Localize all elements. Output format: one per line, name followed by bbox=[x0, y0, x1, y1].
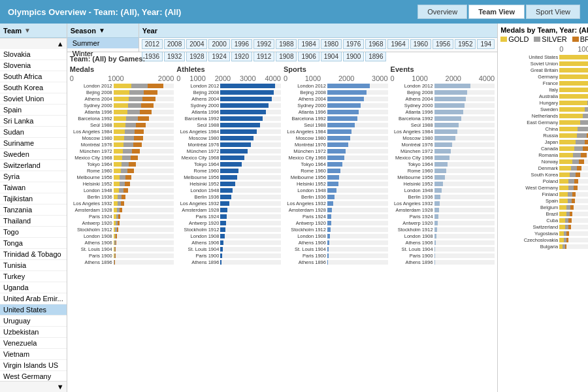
year-button[interactable]: 1964 bbox=[387, 39, 408, 49]
game-label: London 1948 bbox=[70, 188, 112, 193]
team-item[interactable]: Virgin Islands US bbox=[0, 360, 67, 371]
medals-bar-row: Rome 1960 bbox=[70, 168, 174, 174]
sports-bar-row: Seúl 1988 bbox=[284, 122, 388, 128]
team-item[interactable]: Switzerland bbox=[0, 160, 67, 171]
game-label: Athens 2004 bbox=[70, 96, 112, 102]
team-item[interactable]: Venezuela bbox=[0, 338, 67, 349]
athletes-bar-row: Barcelona 1992 bbox=[176, 116, 281, 122]
events-bar-container bbox=[434, 90, 495, 95]
game-label: London 1908 bbox=[391, 233, 433, 239]
team-item[interactable]: South Korea bbox=[0, 82, 67, 93]
team-item[interactable]: Uruguay bbox=[0, 316, 67, 327]
game-label: Sydney 2000 bbox=[284, 103, 326, 108]
team-medal-bar bbox=[559, 114, 588, 118]
sports-bar-container bbox=[327, 123, 388, 127]
team-item[interactable]: Suriname bbox=[0, 138, 67, 149]
events-bar-row: London 1948 bbox=[391, 188, 495, 193]
overview-button[interactable]: Overview bbox=[417, 5, 467, 19]
team-item[interactable]: South Africa bbox=[0, 71, 67, 82]
team-medal-label: Switzerland bbox=[500, 224, 558, 230]
medals-bar-row: Sydney 2000 bbox=[70, 103, 174, 108]
team-item[interactable]: Uzbekistan bbox=[0, 327, 67, 338]
athletes-bar-row: Los Angeles 1932 bbox=[176, 201, 281, 206]
team-item[interactable]: Tanzania bbox=[0, 204, 67, 216]
medals-bar-container bbox=[114, 188, 174, 193]
team-item[interactable]: Tonga bbox=[0, 238, 67, 249]
year-button[interactable]: 2000 bbox=[208, 39, 229, 49]
year-button[interactable]: 1992 bbox=[253, 39, 274, 49]
team-item[interactable]: Togo bbox=[0, 227, 67, 238]
scroll-up-arrow[interactable]: ▲ bbox=[0, 38, 67, 49]
team-item[interactable]: Sri Lanka bbox=[0, 116, 67, 127]
game-label: Los Angeles 1932 bbox=[284, 201, 326, 206]
year-button[interactable]: 1996 bbox=[231, 39, 252, 49]
athletes-bar-row: Melbourne 1956 bbox=[176, 174, 281, 180]
team-item[interactable]: West Germany bbox=[0, 371, 67, 381]
team-item[interactable]: Slovakia bbox=[0, 49, 67, 60]
right-bar-row: Japan bbox=[500, 139, 588, 145]
team-item[interactable]: Slovenia bbox=[0, 60, 67, 71]
athletes-scale: 01000200030004000 bbox=[176, 74, 281, 82]
year-button[interactable]: 1968 bbox=[365, 39, 386, 49]
medals-chart: Medals 010002000 London 2012Bejing 2008A… bbox=[70, 65, 174, 387]
events-bar-container bbox=[434, 253, 495, 258]
year-button[interactable]: 1960 bbox=[410, 39, 431, 49]
team-item[interactable]: Uganda bbox=[0, 282, 67, 293]
sports-bar-container bbox=[327, 103, 388, 108]
team-item[interactable]: Tajikistan bbox=[0, 193, 67, 204]
sports-bar-container bbox=[327, 155, 388, 160]
athletes-bar-row: Athens 2004 bbox=[176, 96, 281, 102]
medals-bar-container bbox=[114, 260, 174, 265]
team-item[interactable]: United Arab Emir... bbox=[0, 293, 67, 304]
medals-bar-container bbox=[114, 182, 174, 186]
right-bar-row: Canada bbox=[500, 146, 588, 152]
scroll-down-arrow[interactable]: ▼ bbox=[0, 381, 67, 392]
athletes-bar-row: Stockholm 1912 bbox=[176, 227, 281, 233]
year-button[interactable]: 194 bbox=[477, 39, 495, 49]
year-button[interactable]: 1984 bbox=[298, 39, 319, 49]
right-bar-row: Germany bbox=[500, 74, 588, 80]
year-button[interactable]: 2012 bbox=[142, 39, 163, 49]
sports-bar-container bbox=[327, 234, 388, 238]
sports-bar-row: Los Angeles 1984 bbox=[284, 129, 388, 135]
team-item[interactable]: Syria bbox=[0, 171, 67, 182]
team-view-button[interactable]: Team View bbox=[468, 5, 525, 19]
team-medal-label: Netherlands bbox=[500, 113, 558, 119]
team-medal-bar bbox=[559, 225, 588, 229]
team-item[interactable]: Tunisia bbox=[0, 260, 67, 271]
athletes-bar-container bbox=[220, 97, 281, 101]
team-medal-bar bbox=[559, 238, 588, 242]
team-item[interactable]: Spain bbox=[0, 105, 67, 116]
right-bar-row: France bbox=[500, 80, 588, 86]
year-button[interactable]: 1952 bbox=[455, 39, 476, 49]
year-button[interactable]: 2008 bbox=[164, 39, 185, 49]
sports-bar-row: Athens 1896 bbox=[284, 259, 388, 265]
year-button[interactable]: 1988 bbox=[276, 39, 297, 49]
sport-view-button[interactable]: Sport View bbox=[526, 5, 580, 19]
game-label: Paris 1900 bbox=[70, 253, 112, 259]
team-item[interactable]: Soviet Union bbox=[0, 93, 67, 105]
team-item[interactable]: Turkey bbox=[0, 271, 67, 282]
season-summer[interactable]: Summer bbox=[67, 38, 139, 48]
medals-bar-container bbox=[114, 253, 174, 258]
team-item[interactable]: Vietnam bbox=[0, 349, 67, 360]
season-filter-icon[interactable]: ▼ bbox=[99, 27, 105, 34]
athletes-bar-container bbox=[220, 90, 281, 95]
team-filter-icon[interactable]: ▼ bbox=[24, 27, 31, 34]
medals-bar-row: Montréal 1976 bbox=[70, 142, 174, 148]
team-item[interactable]: Thailand bbox=[0, 216, 67, 227]
events-bar-container bbox=[434, 175, 495, 180]
team-item[interactable]: Sudan bbox=[0, 127, 67, 138]
athletes-bar-row: Antwerp 1920 bbox=[176, 220, 281, 226]
legend-gold: GOLD bbox=[500, 35, 529, 43]
events-bar-row: Bejing 2008 bbox=[391, 90, 495, 95]
team-item[interactable]: Taiwan bbox=[0, 182, 67, 193]
team-item[interactable]: Trinidad & Tobago bbox=[0, 249, 67, 260]
game-label: Amsterdam 1928 bbox=[70, 207, 112, 213]
year-button[interactable]: 1956 bbox=[433, 39, 453, 49]
year-button[interactable]: 2004 bbox=[186, 39, 207, 49]
team-item[interactable]: United States bbox=[0, 304, 67, 316]
team-item[interactable]: Sweden bbox=[0, 149, 67, 160]
year-button[interactable]: 1980 bbox=[321, 39, 342, 49]
year-button[interactable]: 1976 bbox=[343, 39, 364, 49]
